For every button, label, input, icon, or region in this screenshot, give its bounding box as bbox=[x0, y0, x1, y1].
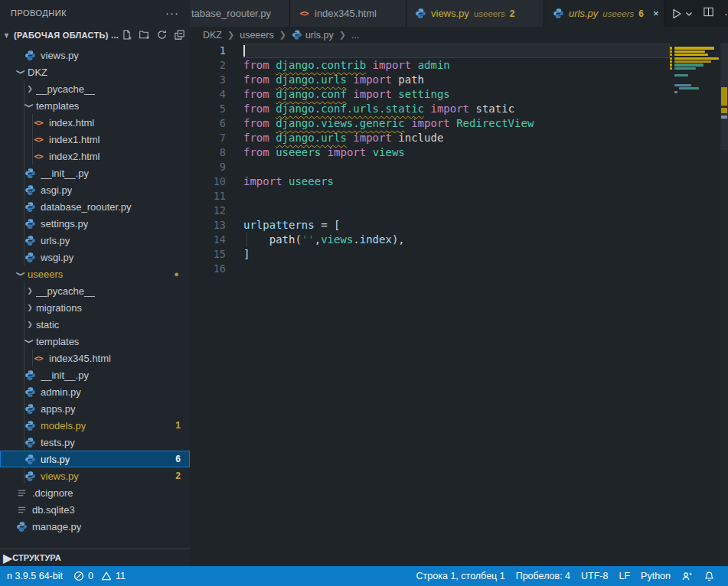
tree-item-label: .dcignore bbox=[32, 487, 73, 499]
error-icon bbox=[73, 571, 84, 581]
notifications-bell-icon[interactable] bbox=[698, 571, 720, 582]
breadcrumb-item-urls.py[interactable]: urls.py bbox=[292, 30, 334, 41]
tree-item-label: __pycache__ bbox=[36, 285, 95, 297]
tree-item-models.py[interactable]: models.py1 bbox=[0, 417, 190, 434]
code-line-11[interactable] bbox=[243, 189, 670, 203]
tab-index345.html[interactable]: <>index345.html bbox=[290, 0, 406, 27]
status-problems[interactable]: 0 11 bbox=[68, 571, 131, 581]
workspace-section-header[interactable]: ▼ (РАБОЧАЯ ОБЛАСТЬ) ... bbox=[0, 26, 190, 44]
code-line-15[interactable]: ] bbox=[243, 247, 670, 262]
tree-item-DKZ[interactable]: ❯DKZ bbox=[0, 63, 190, 80]
warning-count: 11 bbox=[116, 571, 126, 581]
tree-item-__init__.py[interactable]: __init__.py bbox=[0, 366, 190, 383]
run-python-file-icon[interactable] bbox=[671, 8, 693, 20]
code-line-12[interactable] bbox=[243, 203, 670, 218]
tab-views.py[interactable]: views.pyuseeers2 bbox=[406, 0, 544, 27]
tree-item-__pycache__[interactable]: ❯__pycache__ bbox=[0, 282, 190, 299]
refresh-icon[interactable] bbox=[156, 29, 168, 41]
tree-item-label: models.py bbox=[41, 420, 86, 431]
collapse-all-icon[interactable] bbox=[174, 29, 185, 41]
line-number: 16 bbox=[190, 262, 237, 276]
python-icon bbox=[24, 184, 36, 196]
code-line-16[interactable] bbox=[243, 262, 670, 276]
code-editor[interactable]: 12345678910111213141516 from django.cont… bbox=[190, 43, 728, 566]
tree-item-label: migrations bbox=[36, 302, 82, 314]
breadcrumb-item-useeers[interactable]: useeers bbox=[240, 30, 273, 41]
breadcrumb: DKZ❯useeers❯urls.py❯... bbox=[190, 27, 728, 43]
code-line-9[interactable] bbox=[243, 160, 670, 174]
breadcrumb-separator-icon: ❯ bbox=[279, 30, 286, 40]
status-python-version[interactable]: n 3.9.5 64-bit bbox=[2, 571, 68, 581]
tree-item-urls.py[interactable]: urls.py bbox=[0, 232, 190, 249]
tree-item-manage.py[interactable]: manage.py bbox=[0, 518, 190, 535]
code-line-13[interactable]: urlpatterns = [ bbox=[243, 218, 670, 233]
tree-item-label: views.py bbox=[41, 50, 79, 61]
code-line-8[interactable]: from useeers import views bbox=[243, 145, 670, 160]
python-icon bbox=[24, 200, 36, 213]
tree-item-apps.py[interactable]: apps.py bbox=[0, 400, 190, 417]
tree-item-label: views.py bbox=[41, 470, 79, 482]
tree-item-templates[interactable]: ❯templates bbox=[0, 333, 190, 350]
code-line-4[interactable]: from django.conf import settings bbox=[243, 87, 670, 102]
breadcrumb-label: DKZ bbox=[203, 30, 222, 41]
tree-item-useeers[interactable]: ❯useeers● bbox=[0, 265, 190, 282]
breadcrumb-item-DKZ[interactable]: DKZ bbox=[203, 30, 222, 41]
new-file-icon[interactable] bbox=[121, 29, 132, 41]
code-line-2[interactable]: from django.contrib import admin bbox=[243, 58, 670, 73]
split-editor-icon[interactable] bbox=[703, 6, 714, 21]
outline-section-header[interactable]: ▶ СТРУКТУРА bbox=[0, 549, 190, 566]
tree-item-db.sqlite3[interactable]: db.sqlite3 bbox=[0, 501, 190, 518]
tab-urls.py[interactable]: urls.pyuseeers6× bbox=[544, 0, 664, 27]
feedback-icon[interactable] bbox=[676, 571, 698, 582]
explorer-more-actions-icon[interactable]: ··· bbox=[165, 10, 179, 16]
editor-more-actions-icon[interactable]: ··· bbox=[724, 11, 728, 17]
close-icon[interactable]: × bbox=[651, 8, 661, 19]
code-line-3[interactable]: from django.urls import path bbox=[243, 73, 670, 87]
tree-item-index2.html[interactable]: <>index2.html bbox=[0, 148, 190, 164]
code-line-5[interactable]: from django.conf.urls.static import stat… bbox=[243, 102, 670, 116]
tree-item-index.html[interactable]: <>index.html bbox=[0, 114, 190, 131]
python-icon bbox=[24, 386, 36, 398]
status-indentation[interactable]: Пробелов: 4 bbox=[511, 571, 576, 581]
overview-ruler[interactable] bbox=[720, 43, 728, 566]
code-line-6[interactable]: from django.views.generic import Redirec… bbox=[243, 116, 670, 131]
tree-item-static[interactable]: ❯static bbox=[0, 316, 190, 333]
new-folder-icon[interactable] bbox=[139, 29, 150, 41]
tree-item-tests.py[interactable]: tests.py bbox=[0, 434, 190, 451]
tree-item-label: templates bbox=[36, 336, 79, 347]
html-icon: <> bbox=[32, 133, 44, 145]
tree-item-__pycache__[interactable]: ❯__pycache__ bbox=[0, 80, 190, 97]
tree-item-database_roouter.py[interactable]: database_roouter.py bbox=[0, 198, 190, 215]
tree-item-index345.html[interactable]: <>index345.html bbox=[0, 350, 190, 366]
status-cursor-position[interactable]: Строка 1, столбец 1 bbox=[411, 571, 511, 581]
status-eol[interactable]: LF bbox=[613, 571, 635, 581]
status-language-mode[interactable]: Python bbox=[635, 571, 676, 581]
code-line-14[interactable]: path('',views.index), bbox=[243, 233, 670, 247]
tree-item-asgi.py[interactable]: asgi.py bbox=[0, 181, 190, 198]
html-icon: <> bbox=[298, 8, 310, 20]
tree-item-settings.py[interactable]: settings.py bbox=[0, 215, 190, 232]
code-line-10[interactable]: import useeers bbox=[243, 174, 670, 189]
tree-item-.dcignore[interactable]: .dcignore bbox=[0, 484, 190, 501]
tab-label: tabase_roouter.py bbox=[191, 8, 271, 19]
tree-item-urls.py[interactable]: urls.py6 bbox=[0, 451, 190, 467]
python-icon bbox=[24, 167, 36, 179]
minimap[interactable] bbox=[670, 44, 720, 566]
code-line-1[interactable] bbox=[243, 44, 670, 58]
tree-item-__init__.py[interactable]: __init__.py bbox=[0, 164, 190, 181]
tree-item-views.py[interactable]: views.py2 bbox=[0, 467, 190, 484]
tree-item-views.py[interactable]: views.py bbox=[0, 47, 190, 63]
tree-item-templates[interactable]: ❯templates bbox=[0, 97, 190, 114]
chevron-right-icon: ▶ bbox=[3, 551, 12, 565]
breadcrumb-item-...[interactable]: ... bbox=[351, 30, 359, 41]
tree-item-wsgi.py[interactable]: wsgi.py bbox=[0, 249, 190, 265]
status-bar: n 3.9.5 64-bit 0 11 Строка 1, столбец 1 … bbox=[0, 566, 728, 586]
html-icon: <> bbox=[32, 150, 44, 162]
line-number: 3 bbox=[190, 73, 237, 87]
code-line-7[interactable]: from django.urls import include bbox=[243, 131, 670, 145]
tree-item-admin.py[interactable]: admin.py bbox=[0, 383, 190, 400]
status-encoding[interactable]: UTF-8 bbox=[576, 571, 613, 581]
tree-item-migrations[interactable]: ❯migrations bbox=[0, 299, 190, 316]
tab-tabase_roouter.py[interactable]: tabase_roouter.py bbox=[190, 0, 290, 27]
tree-item-index1.html[interactable]: <>index1.html bbox=[0, 131, 190, 148]
